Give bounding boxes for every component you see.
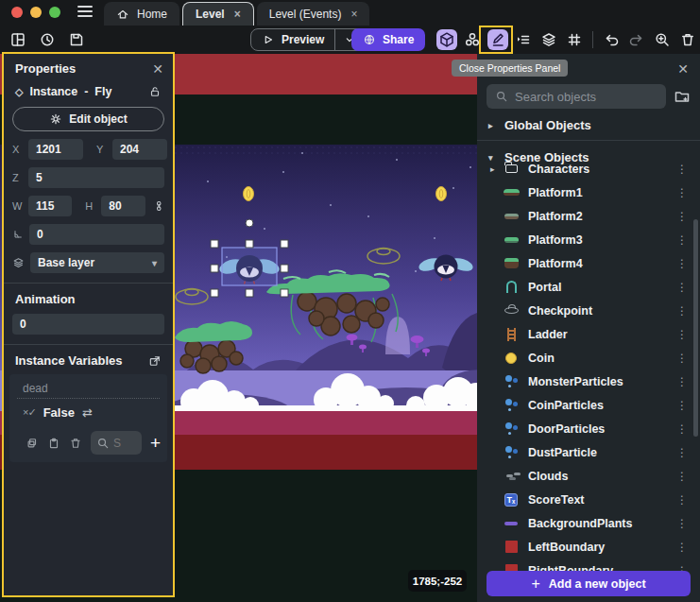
coin-sprite[interactable] [244, 187, 254, 201]
row-menu-icon[interactable]: ⋮ [674, 281, 691, 294]
object-row-dustparticle[interactable]: DustParticle ⋮ [477, 440, 700, 464]
row-menu-icon[interactable]: ⋮ [674, 517, 691, 530]
window-controls[interactable] [0, 7, 74, 26]
close-tab-icon[interactable]: × [350, 8, 357, 21]
object-row-checkpoint[interactable]: Checkpoint ⋮ [477, 299, 700, 322]
object-row-doorparticles[interactable]: DoorParticles ⋮ [477, 417, 700, 440]
unlock-icon[interactable] [148, 85, 162, 98]
angle-input[interactable] [29, 224, 164, 245]
history-button[interactable] [37, 29, 58, 50]
close-properties-icon[interactable]: ✕ [152, 62, 163, 76]
zoom-in-button[interactable] [652, 29, 673, 50]
maximize-window-button[interactable] [49, 7, 60, 18]
object-row-platform4[interactable]: Platform4 ⋮ [477, 251, 700, 275]
animation-input[interactable] [12, 314, 164, 335]
edit-object-button[interactable]: Edit object [12, 107, 164, 131]
paste-icon[interactable] [47, 437, 60, 450]
toggle-3d-button[interactable] [436, 29, 457, 50]
open-variables-icon[interactable] [148, 354, 162, 368]
objects-scrollbar[interactable] [693, 219, 698, 437]
object-label: MonsterParticles [528, 375, 674, 388]
close-objects-panel-icon[interactable]: ✕ [677, 62, 689, 76]
width-input[interactable] [28, 196, 72, 216]
add-folder-icon[interactable] [674, 88, 691, 105]
copy-icon[interactable] [26, 437, 39, 450]
toggle-value-icon[interactable]: ⇄ [82, 405, 93, 420]
object-row-monsterparticles[interactable]: MonsterParticles ⋮ [477, 370, 700, 393]
delete-variable-icon[interactable] [69, 437, 82, 450]
row-menu-icon[interactable]: ⋮ [674, 541, 691, 554]
layers-button[interactable] [538, 29, 559, 50]
variable-value[interactable]: False [43, 405, 75, 420]
share-button[interactable]: Share [351, 28, 425, 51]
tab-level-events[interactable]: Level (Events) × [257, 2, 370, 26]
rotate-handle[interactable] [246, 219, 253, 227]
object-row-backgroundplants[interactable]: BackgroundPlants ⋮ [477, 511, 700, 535]
row-menu-icon[interactable]: ⋮ [674, 375, 691, 388]
object-row-platform1[interactable]: Platform1 ⋮ [477, 181, 700, 204]
row-menu-icon[interactable]: ⋮ [674, 257, 691, 270]
objects-search-input[interactable] [515, 90, 657, 104]
object-row-platform2[interactable]: Platform2 ⋮ [477, 204, 700, 228]
object-row-platform3[interactable]: Platform3 ⋮ [477, 228, 700, 251]
instances-list-button[interactable] [513, 29, 534, 50]
objects-search-box[interactable] [487, 84, 666, 109]
row-menu-icon[interactable]: ⋮ [674, 328, 691, 341]
link-dimensions-icon[interactable] [153, 199, 164, 213]
grid-button[interactable] [564, 29, 585, 50]
variables-search-input[interactable] [113, 437, 136, 450]
object-row-scoretext[interactable]: ScoreText ⋮ [477, 488, 700, 511]
toggle-panels-button[interactable] [8, 29, 28, 50]
object-row-characters[interactable]: ▸ Characters ⋮ [477, 157, 700, 181]
save-button[interactable] [66, 29, 87, 50]
object-row-ladder[interactable]: Ladder ⋮ [477, 322, 700, 346]
close-window-button[interactable] [11, 7, 23, 18]
object-row-portal[interactable]: Portal ⋮ [477, 275, 700, 299]
tab-level[interactable]: Level × [182, 2, 254, 26]
row-menu-icon[interactable]: ⋮ [674, 163, 691, 176]
add-object-label: Add a new object [549, 577, 646, 591]
object-row-coin[interactable]: Coin ⋮ [477, 346, 700, 370]
height-input[interactable] [101, 196, 145, 216]
delete-button[interactable] [677, 29, 698, 50]
menu-icon[interactable] [74, 6, 104, 26]
object-row-coinparticles[interactable]: CoinParticles ⋮ [477, 393, 700, 417]
layer-dropdown[interactable]: Base layer ▾ [30, 252, 164, 273]
x-input[interactable] [28, 139, 83, 160]
coin-sprite[interactable] [436, 187, 447, 201]
add-object-button[interactable]: + Add a new object [487, 571, 691, 596]
edit-properties-button[interactable] [487, 29, 508, 50]
particles-icon [502, 428, 521, 429]
object-row-clouds[interactable]: Clouds ⋮ [477, 464, 700, 488]
z-input[interactable] [28, 167, 164, 188]
close-tab-icon[interactable]: × [234, 8, 241, 21]
preview-button[interactable]: Preview [250, 28, 365, 51]
variables-search[interactable] [91, 431, 142, 455]
objects-editor-button[interactable] [462, 29, 483, 50]
row-menu-icon[interactable]: ⋮ [674, 352, 691, 365]
h-label: H [85, 200, 95, 212]
search-icon [96, 437, 110, 450]
expand-caret[interactable]: ▸ [490, 164, 502, 174]
group-global-objects[interactable]: ▸ Global Objects [477, 109, 700, 140]
tab-home[interactable]: Home [104, 2, 179, 26]
row-menu-icon[interactable]: ⋮ [674, 304, 691, 318]
row-menu-icon[interactable]: ⋮ [674, 233, 691, 247]
row-menu-icon[interactable]: ⋮ [674, 493, 691, 507]
row-menu-icon[interactable]: ⋮ [674, 422, 691, 436]
selection-box[interactable] [222, 248, 277, 285]
play-icon [262, 33, 275, 46]
row-menu-icon[interactable]: ⋮ [674, 210, 691, 223]
add-variable-button[interactable]: + [150, 434, 161, 452]
minimize-window-button[interactable] [30, 7, 42, 18]
plants-icon [502, 522, 521, 525]
row-menu-icon[interactable]: ⋮ [674, 186, 691, 199]
variable-name[interactable]: dead [17, 381, 160, 399]
object-row-leftboundary[interactable]: LeftBoundary ⋮ [477, 535, 700, 559]
row-menu-icon[interactable]: ⋮ [674, 446, 691, 459]
row-menu-icon[interactable]: ⋮ [674, 470, 691, 483]
row-menu-icon[interactable]: ⋮ [674, 399, 691, 412]
undo-button[interactable] [601, 29, 622, 50]
redo-button[interactable] [626, 29, 647, 50]
y-input[interactable] [112, 139, 167, 160]
